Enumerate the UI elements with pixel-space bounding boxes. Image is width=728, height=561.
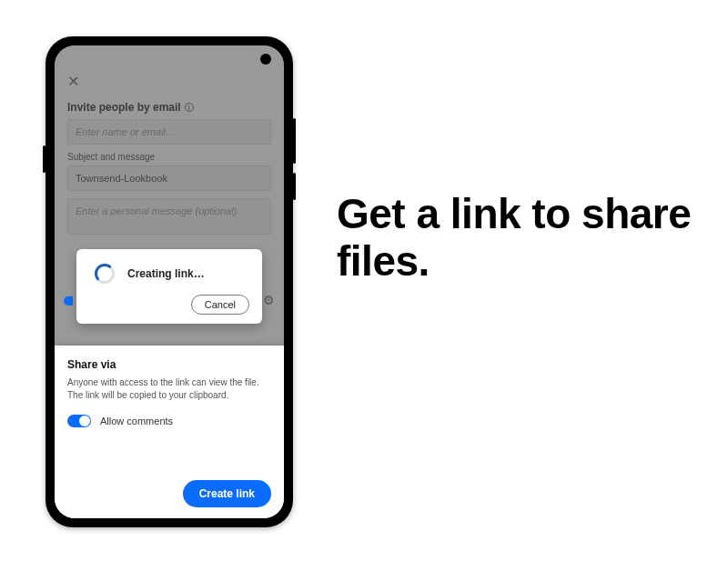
toggle-knob bbox=[79, 416, 90, 426]
share-sheet-footer: Create link bbox=[67, 480, 271, 507]
creating-link-modal: Creating link… Cancel bbox=[76, 249, 262, 324]
modal-status-text: Creating link… bbox=[127, 267, 205, 280]
share-title: Share via bbox=[67, 358, 271, 371]
spinner-icon bbox=[95, 264, 115, 284]
share-description: Anyone with access to the link can view … bbox=[67, 376, 271, 402]
allow-comments-label: Allow comments bbox=[100, 416, 173, 426]
background-toggle-sliver bbox=[64, 296, 73, 306]
phone-side-button bbox=[293, 173, 296, 200]
phone-side-button bbox=[293, 118, 296, 164]
gear-icon[interactable]: ⚙ bbox=[263, 293, 275, 307]
modal-status-row: Creating link… bbox=[89, 264, 249, 284]
modal-actions: Cancel bbox=[89, 295, 249, 315]
promo-headline: Get a link to share files. bbox=[337, 191, 701, 285]
allow-comments-row[interactable]: Allow comments bbox=[67, 415, 271, 427]
share-sheet: Share via Anyone with access to the link… bbox=[55, 346, 284, 518]
create-link-button[interactable]: Create link bbox=[183, 480, 271, 507]
allow-comments-toggle[interactable] bbox=[67, 415, 91, 427]
phone-side-button bbox=[43, 145, 46, 173]
cancel-button[interactable]: Cancel bbox=[191, 295, 249, 315]
front-camera bbox=[260, 54, 271, 65]
phone-frame: ✕ Invite people by email i Enter name or… bbox=[46, 36, 293, 527]
phone-screen: ✕ Invite people by email i Enter name or… bbox=[55, 45, 284, 518]
promo-stage: ✕ Invite people by email i Enter name or… bbox=[0, 0, 728, 561]
